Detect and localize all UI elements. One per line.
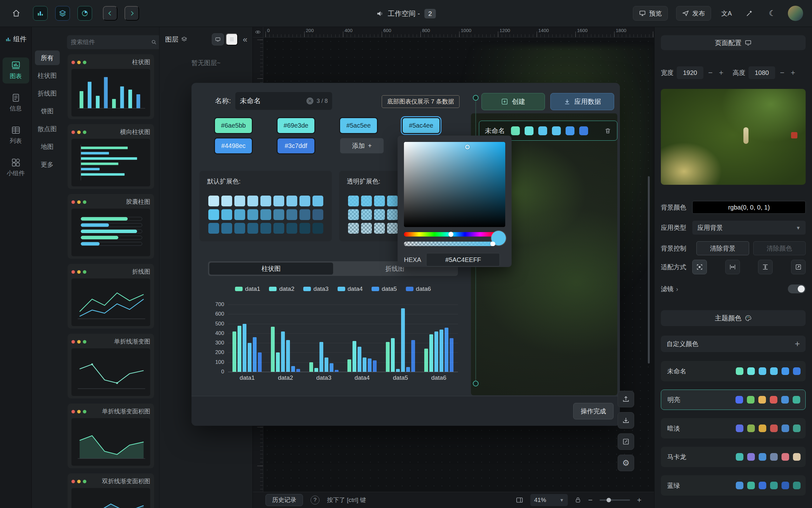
legend-item[interactable]: data1 xyxy=(235,286,260,292)
palette-swatch[interactable] xyxy=(208,223,219,234)
legend-item[interactable]: data5 xyxy=(372,286,397,292)
zoom-in-icon[interactable]: + xyxy=(637,496,641,504)
redo-button[interactable] xyxy=(125,6,139,20)
hex-mode-button[interactable]: HEXA xyxy=(404,256,421,263)
theme-row[interactable]: 未命名 xyxy=(661,361,806,381)
fit-auto-button[interactable] xyxy=(692,260,707,274)
palette-swatch[interactable] xyxy=(260,223,271,234)
palette-swatch[interactable] xyxy=(312,223,323,234)
search-input[interactable] xyxy=(71,39,148,46)
clear-color-button[interactable]: 清除颜色 xyxy=(753,241,806,255)
component-card[interactable]: 折线图 xyxy=(68,264,154,329)
palette-swatch[interactable] xyxy=(287,223,297,234)
category-item[interactable]: 散点图 xyxy=(35,122,60,136)
saturation-value-area[interactable] xyxy=(404,142,505,227)
preview-button[interactable]: 预览 xyxy=(633,6,668,20)
apply-data-button[interactable]: 应用数据 xyxy=(550,93,614,110)
theme-row[interactable]: 蓝绿 xyxy=(661,475,806,496)
panel-toggle-icon[interactable] xyxy=(516,496,523,504)
transparent-palette-swatch[interactable] xyxy=(348,223,359,234)
clear-input-icon[interactable]: ✕ xyxy=(306,97,313,104)
tab-bar-chart[interactable]: 柱状图 xyxy=(209,263,333,274)
transparent-palette-swatch[interactable] xyxy=(361,196,372,206)
zoom-slider-knob[interactable] xyxy=(606,498,611,502)
edit-button[interactable] xyxy=(618,433,634,450)
palette-swatch[interactable] xyxy=(299,196,310,206)
canvas-scrollbar[interactable] xyxy=(648,176,650,364)
component-card[interactable]: 胶囊柱图 xyxy=(68,194,154,259)
transparent-palette-swatch[interactable] xyxy=(374,196,385,206)
transparent-palette-swatch[interactable] xyxy=(387,223,398,234)
clear-background-button[interactable]: 清除背景 xyxy=(696,241,749,255)
category-item[interactable]: 所有 xyxy=(35,50,60,65)
alpha-slider[interactable] xyxy=(404,242,496,246)
color-chip[interactable]: #3c7ddf xyxy=(277,138,314,153)
component-card[interactable]: 单折线渐变图 xyxy=(68,334,154,398)
eye-icon[interactable] xyxy=(255,29,261,35)
palette-swatch[interactable] xyxy=(299,223,310,234)
sidebar-item-info[interactable]: 信息 xyxy=(3,90,29,116)
palette-swatch[interactable] xyxy=(273,209,284,220)
export-button[interactable] xyxy=(618,391,634,407)
palette-swatch[interactable] xyxy=(260,196,271,206)
legend-item[interactable]: data4 xyxy=(338,286,363,292)
create-button[interactable]: 创建 xyxy=(481,93,545,110)
scheme-name-input[interactable] xyxy=(240,97,303,105)
transparent-palette-swatch[interactable] xyxy=(361,223,372,234)
history-button[interactable]: 历史记录 xyxy=(265,494,303,506)
lock-canvas-icon[interactable] xyxy=(575,497,581,503)
width-minus-button[interactable]: − xyxy=(707,69,714,77)
hex-input[interactable] xyxy=(426,253,500,266)
palette-swatch[interactable] xyxy=(247,223,258,234)
theme-row[interactable]: 明亮 xyxy=(661,390,806,410)
palette-swatch[interactable] xyxy=(208,196,219,206)
height-minus-button[interactable]: − xyxy=(778,69,786,77)
category-item[interactable]: 地图 xyxy=(35,139,60,154)
theme-row[interactable]: 马卡龙 xyxy=(661,447,806,467)
app-type-select[interactable]: 应用背景 ▼ xyxy=(692,221,806,235)
avatar[interactable] xyxy=(788,6,803,21)
color-chip[interactable]: #6ae5bb xyxy=(215,118,252,133)
height-plus-button[interactable]: + xyxy=(789,69,797,77)
home-button[interactable] xyxy=(9,6,24,20)
filter-toggle[interactable] xyxy=(788,285,806,293)
hue-slider-knob[interactable] xyxy=(448,232,454,237)
transparent-palette-swatch[interactable] xyxy=(374,223,385,234)
collapse-panel-icon[interactable]: « xyxy=(243,35,247,44)
component-card[interactable]: 横向柱状图 xyxy=(68,124,154,189)
add-color-button[interactable]: 添加+ xyxy=(340,138,384,153)
height-input[interactable] xyxy=(749,67,775,79)
custom-color-row[interactable]: 自定义颜色 + xyxy=(661,336,806,352)
palette-swatch[interactable] xyxy=(221,209,232,220)
layers-list-view-button[interactable] xyxy=(226,33,238,45)
palette-swatch[interactable] xyxy=(221,223,232,234)
palette-swatch[interactable] xyxy=(273,223,284,234)
palette-swatch[interactable] xyxy=(221,196,232,206)
undo-button[interactable] xyxy=(103,6,118,20)
dark-mode-button[interactable]: ☾ xyxy=(765,6,780,20)
publish-button[interactable]: 发布 xyxy=(676,6,711,20)
width-input[interactable] xyxy=(677,67,703,79)
done-button[interactable]: 操作完成 xyxy=(573,403,613,419)
chart-app-button[interactable] xyxy=(33,6,48,20)
trash-icon[interactable] xyxy=(604,127,611,134)
category-item[interactable]: 柱状图 xyxy=(35,68,60,83)
palette-swatch[interactable] xyxy=(312,209,323,220)
sidebar-item-widget[interactable]: 小组件 xyxy=(3,155,29,181)
zoom-out-icon[interactable]: − xyxy=(588,496,593,504)
transparent-palette-swatch[interactable] xyxy=(374,209,385,220)
transparent-palette-swatch[interactable] xyxy=(387,209,398,220)
tools-button[interactable] xyxy=(742,6,757,20)
palette-swatch[interactable] xyxy=(247,196,258,206)
pie-app-button[interactable] xyxy=(78,6,92,20)
language-button[interactable]: 文A xyxy=(719,6,734,20)
component-card[interactable]: 双折线渐变面积图 xyxy=(68,473,154,508)
category-item[interactable]: 饼图 xyxy=(35,104,60,118)
sv-cursor[interactable] xyxy=(465,145,470,149)
layers-thumbnail-view-button[interactable] xyxy=(212,33,224,45)
palette-swatch[interactable] xyxy=(273,196,284,206)
fit-stretch-button[interactable] xyxy=(791,260,806,274)
help-icon[interactable]: ? xyxy=(310,496,319,505)
category-item[interactable]: 折线图 xyxy=(35,86,60,101)
transparent-palette-swatch[interactable] xyxy=(348,196,359,206)
